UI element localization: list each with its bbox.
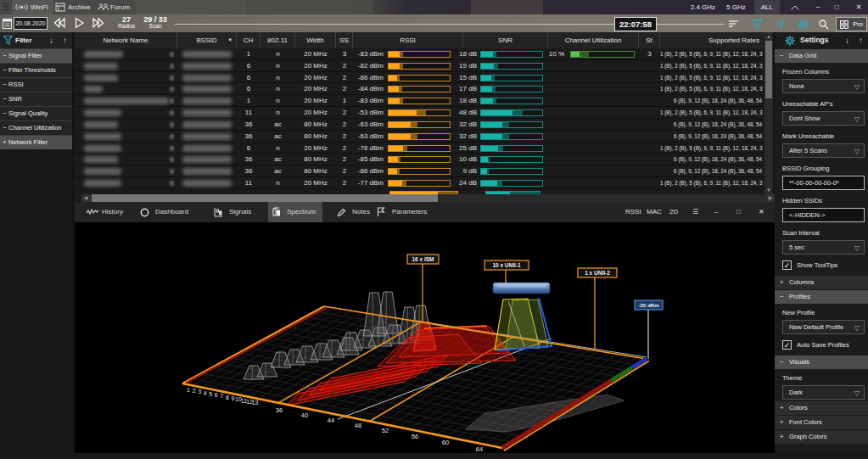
svg-text:6: 6 (215, 392, 218, 398)
svg-text:4: 4 (204, 390, 207, 396)
svg-text:7: 7 (220, 393, 223, 399)
svg-text:8: 8 (226, 395, 229, 400)
svg-text:2: 2 (193, 388, 196, 394)
svg-text:60: 60 (442, 439, 449, 446)
svg-text:1 x UNII-2: 1 x UNII-2 (585, 270, 610, 276)
svg-text:64: 64 (476, 445, 483, 453)
svg-text:44: 44 (328, 417, 334, 424)
svg-text:9: 9 (231, 395, 234, 401)
svg-text:13: 13 (252, 400, 259, 406)
svg-text:5: 5 (209, 391, 212, 397)
svg-text:48: 48 (355, 422, 361, 429)
svg-text:-35 dBm: -35 dBm (638, 302, 659, 308)
svg-text:52: 52 (382, 427, 389, 434)
svg-text:1: 1 (187, 387, 190, 393)
svg-text:36: 36 (276, 406, 283, 414)
svg-text:16 x ISM: 16 x ISM (412, 256, 434, 262)
svg-text:3: 3 (198, 389, 201, 395)
svg-text:56: 56 (412, 433, 418, 440)
svg-text:40: 40 (301, 411, 308, 419)
svg-text:10 x UNII-1: 10 x UNII-1 (492, 262, 521, 268)
